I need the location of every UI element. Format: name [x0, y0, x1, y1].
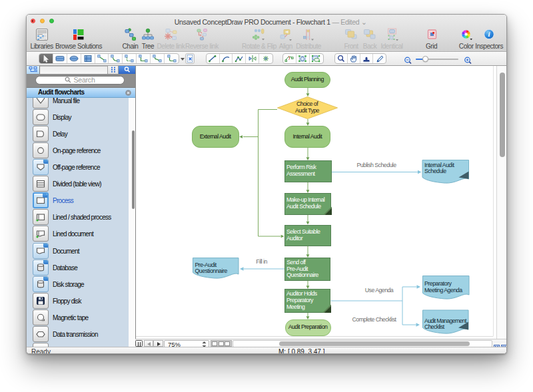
svg-text:Complete Checklist: Complete Checklist — [352, 316, 396, 323]
svg-text:Use Agenda: Use Agenda — [364, 287, 393, 294]
svg-text:Publish Schedule: Publish Schedule — [356, 162, 396, 168]
svg-text:Fill in: Fill in — [256, 258, 267, 265]
